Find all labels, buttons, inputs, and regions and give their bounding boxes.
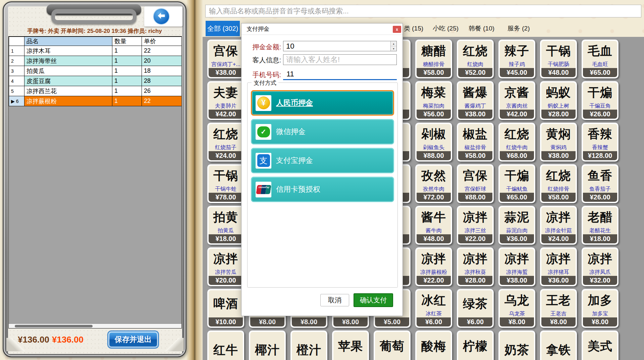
deposit-amount-input[interactable] (283, 41, 397, 51)
product-tile[interactable]: 梅菜梅菜扣肉¥56.00 (415, 81, 452, 120)
product-tile[interactable]: 蒜泥蒜泥白肉¥36.00 (498, 206, 535, 245)
product-tile[interactable]: 乌龙乌龙茶¥8.00 (498, 289, 535, 328)
product-price: ¥26.00 (583, 193, 617, 202)
product-subtitle: 凉拌猪耳 (541, 269, 576, 276)
product-tile[interactable]: 辣子辣子鸡¥45.00 (498, 40, 535, 78)
product-tile[interactable]: 鱼香鱼香茄子¥26.00 (582, 164, 619, 203)
product-tile[interactable]: 凉拌凉拌三丝¥22.00 (457, 206, 494, 245)
product-tile[interactable]: 葡萄葡萄汁 (374, 331, 411, 360)
product-tile-inner: 干煸干煸鱿鱼¥65.00 (500, 166, 534, 202)
product-price: ¥38.00 (500, 276, 534, 285)
product-tile[interactable]: 红牛 (207, 331, 244, 360)
phone-number-label: 手机号码: (248, 70, 281, 79)
rmb-coin-icon: ¥ (256, 95, 271, 111)
product-tile-inner: 凉拌凉拌猪耳¥36.00 (541, 249, 576, 285)
product-tile[interactable]: 凉拌凉拌凤爪¥32.00 (582, 247, 619, 286)
product-tile[interactable]: 加多加多宝¥8.00 (582, 289, 619, 328)
guest-info-field (283, 54, 397, 65)
product-tile[interactable]: 拍黄拍黄瓜¥18.00 (207, 206, 244, 245)
product-price: ¥38.00 (541, 151, 576, 160)
table-row[interactable]: 4皮蛋豆腐128 (9, 76, 182, 86)
product-tile[interactable]: 啤酒¥10.00 (207, 289, 244, 328)
product-name: 啤酒 (209, 290, 243, 317)
product-tile[interactable]: 京酱京酱肉丝¥42.00 (498, 81, 535, 120)
close-icon[interactable]: x (393, 26, 401, 33)
payment-method-wechat[interactable]: ✓微信押金 (251, 119, 394, 144)
spinner-down-icon[interactable]: ▼ (391, 46, 396, 51)
product-name: 拿铁 (541, 332, 576, 360)
product-tile[interactable]: 红烧红烧牛肉¥68.00 (498, 123, 535, 162)
product-price: ¥36.00 (500, 234, 534, 243)
tab-category[interactable]: 韩餐 (10) (469, 21, 494, 36)
back-card (144, 6, 182, 26)
product-tile[interactable]: 橙汁 (290, 331, 327, 360)
product-tile[interactable]: 柠檬柠檬水 (457, 331, 494, 360)
tab-category[interactable]: 类 (15) (404, 21, 423, 36)
horizontal-scrollbar[interactable] (9, 323, 181, 328)
product-tile[interactable]: 红烧红烧茄子¥24.00 (207, 123, 244, 162)
table-row[interactable]: 5凉拌西兰花126 (9, 86, 182, 96)
product-tile[interactable]: 宫保宫保鸡丁+...¥38.00 (207, 40, 244, 78)
product-tile[interactable]: 老醋老醋花生¥18.00 (582, 206, 619, 245)
product-tile[interactable]: 干煸干煸鱿鱼¥65.00 (498, 164, 535, 203)
search-input[interactable] (205, 5, 641, 17)
item-name-cell: 凉拌西兰花 (24, 86, 112, 96)
product-tile[interactable]: 黄焖黄焖鸡¥38.00 (540, 123, 577, 162)
product-tile[interactable]: 红烧红烧排骨¥58.00 (540, 164, 577, 203)
table-row[interactable]: 2凉拌海带丝120 (9, 56, 182, 66)
payment-method-alipay[interactable]: 支支付宝押金 (251, 148, 394, 173)
product-tile[interactable]: 冰红冰红茶¥6.00 (415, 289, 452, 328)
product-tile[interactable]: 宫保宫保虾球¥88.00 (457, 164, 494, 203)
guest-name-input[interactable] (283, 54, 397, 65)
product-tile[interactable]: 美式美式咖啡 (582, 331, 619, 360)
phone-number-input[interactable] (283, 69, 397, 80)
product-tile[interactable]: 香辣香辣蟹¥128.00 (582, 123, 619, 162)
save-exit-button[interactable]: 保存并退出 (108, 331, 158, 348)
tab-all[interactable]: 全部 (302) (206, 21, 240, 36)
product-tile[interactable]: 蚂蚁蚂蚁上树¥28.00 (540, 81, 577, 120)
back-button[interactable] (153, 8, 170, 25)
product-tile[interactable]: 夫妻夫妻肺片¥42.00 (207, 81, 244, 120)
product-tile[interactable]: 苹果苹果汁 (332, 331, 369, 360)
product-tile[interactable]: 凉拌凉拌猪耳¥36.00 (540, 247, 577, 286)
product-tile[interactable]: 干锅干锅肥肠¥48.00 (540, 40, 577, 78)
product-tile[interactable]: 拿铁 (540, 331, 577, 360)
product-tile[interactable]: 王老王老吉¥8.00 (540, 289, 577, 328)
product-tile[interactable]: 酸梅酸梅汤 (415, 331, 452, 360)
product-tile[interactable]: 凉拌凉拌苦瓜¥20.00 (207, 247, 244, 286)
product-tile[interactable]: 绿茶¥6.00 (457, 289, 494, 328)
tab-category[interactable]: 服务 (2) (507, 21, 530, 36)
alipay-icon: 支 (256, 153, 271, 169)
product-tile[interactable]: 糖醋糖醋排骨¥58.00 (415, 40, 452, 78)
product-tile[interactable]: 凉拌凉拌金针菇¥24.00 (540, 206, 577, 245)
scrollbar-thumb[interactable] (15, 325, 93, 327)
payment-method-rmb-coin[interactable]: ¥人民币押金 (251, 90, 394, 116)
product-tile[interactable]: 红烧红烧肉¥52.00 (457, 40, 494, 78)
product-tile[interactable]: 孜然孜然牛肉¥72.00 (415, 164, 452, 203)
product-tile[interactable]: 奶茶 (498, 331, 535, 360)
product-tile[interactable]: 酱牛酱牛肉¥48.00 (415, 206, 452, 245)
order-panel: 手牌号: 外卖 开单时间: 25-08-20 19:36 操作员: richy … (3, 1, 186, 357)
tab-category[interactable]: 小吃 (25) (433, 21, 459, 36)
confirm-pay-button[interactable]: 确认支付 (354, 293, 393, 307)
table-row[interactable]: 1凉拌木耳122 (9, 46, 182, 56)
product-tile-inner: 宫保宫保鸡丁+...¥38.00 (209, 41, 243, 77)
product-tile[interactable]: 酱爆酱爆鸡丁¥38.00 (457, 81, 494, 120)
cancel-button[interactable]: 取消 (320, 294, 349, 306)
table-row[interactable]: 3拍黄瓜118 (9, 66, 182, 76)
spinner-up-icon[interactable]: ▲ (391, 41, 396, 46)
payment-method-group-label: 支付方式 (252, 79, 278, 87)
product-tile[interactable]: 凉拌凉拌蕨根粉¥22.00 (415, 247, 452, 286)
table-row[interactable]: ▶ 6凉拌蕨根粉122 (9, 96, 182, 106)
product-tile[interactable]: 剁椒剁椒鱼头¥88.00 (415, 123, 452, 162)
product-tile[interactable]: 干锅干锅牛蛙¥78.00 (207, 164, 244, 203)
product-tile[interactable]: 毛血毛血旺¥65.00 (582, 40, 619, 78)
product-tile[interactable]: 椰汁 (249, 331, 286, 360)
product-tile[interactable]: 干煸干煸豆角¥26.00 (582, 81, 619, 120)
payment-method-unionpay[interactable]: UnionPay信用卡预授权 (251, 177, 394, 202)
product-tile[interactable]: 凉拌凉拌秋葵¥28.00 (457, 247, 494, 286)
product-tile[interactable]: 凉拌凉拌海蜇¥38.00 (498, 247, 535, 286)
product-name: 宫保 (458, 166, 492, 186)
product-subtitle: 京酱肉丝 (500, 103, 534, 110)
product-tile[interactable]: 椒盐椒盐排骨¥58.00 (457, 123, 494, 162)
